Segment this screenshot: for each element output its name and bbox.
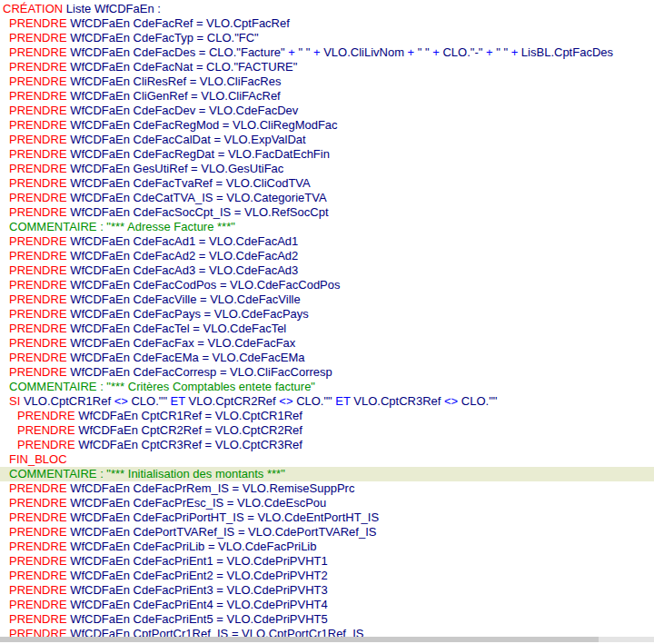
horizontal-scrollbar-thumb[interactable] [0, 637, 599, 642]
code-segment-keyword: PRENDRE [9, 292, 67, 306]
code-line[interactable]: PRENDRE WfCDFaEn CdeFacFax = VLO.CdeFacF… [0, 336, 654, 351]
code-segment-body: WfCDFaEn CliGenRef = VLO.CliFAcRef [67, 89, 281, 103]
code-line[interactable]: PRENDRE WfCDFaEn CdeFacRegMod = VLO.CliR… [0, 118, 654, 133]
code-line[interactable]: PRENDRE WfCDFaEn CdeFacNat = CLO."FACTUR… [0, 60, 654, 74]
code-segment-body: WfCDFaEn CdeFacCalDat = VLO.ExpValDat [67, 133, 306, 146]
code-segment-body: WfCDFaEn CdeFacPriEnt1 = VLO.CdePriPVHT1 [67, 554, 328, 568]
code-line[interactable]: PRENDRE WfCDFaEn CdeFacTel = VLO.CdeFacT… [0, 322, 654, 336]
code-line[interactable]: PRENDRE WfCDFaEn CdeFacPriLib = VLO.CdeF… [0, 540, 654, 554]
code-segment-keyword: PRENDRE [9, 205, 67, 219]
code-segment-operator: <> [279, 394, 292, 408]
code-segment-operator: + [432, 45, 440, 59]
code-segment-keyword: PRENDRE [9, 540, 67, 553]
code-line[interactable]: PRENDRE WfCDFaEn CdeFacTvaRef = VLO.CliC… [0, 176, 654, 191]
code-segment-body: WfCDFaEn CdeFacCorresp = VLO.CliFacCorre… [67, 365, 332, 379]
code-segment-keyword: PRENDRE [9, 31, 67, 45]
code-line[interactable]: PRENDRE WfCDFaEn CptCR2Ref = VLO.CptCR2R… [0, 423, 654, 438]
code-segment-keyword: PRENDRE [9, 104, 67, 117]
code-line[interactable]: PRENDRE WfCDFaEn CdeFacPriEnt4 = VLO.Cde… [0, 598, 654, 612]
code-segment-body: WfCDFaEn CdeFacVille = VLO.CdeFacVille [67, 292, 301, 306]
code-line[interactable]: PRENDRE WfCDFaEn CdeFacPriEnt1 = VLO.Cde… [0, 554, 654, 569]
code-segment-body: WfCDFaEn CdeFacRef = VLO.CptFacRef [67, 16, 290, 30]
code-line[interactable]: COMMENTAIRE : "*** Critères Comptables e… [0, 380, 654, 394]
code-line[interactable]: PRENDRE WfCDFaEn CdeFacPays = VLO.CdeFac… [0, 307, 654, 322]
code-listing: CRÉATION Liste WfCDFaEn :PRENDRE WfCDFaE… [0, 2, 654, 641]
code-line-selected[interactable]: COMMENTAIRE : "*** Initialisation des mo… [0, 467, 654, 481]
code-line[interactable]: PRENDRE WfCDFaEn CliGenRef = VLO.CliFAcR… [0, 89, 654, 104]
code-segment-keyword: PRENDRE [9, 133, 67, 146]
code-line[interactable]: SI VLO.CptCR1Ref <> CLO."" ET VLO.CptCR2… [0, 394, 654, 409]
code-segment-body: WfCDFaEn CdeFacPriEnt3 = VLO.CdePriPVHT3 [67, 583, 328, 597]
code-segment-body: " " [493, 45, 511, 59]
code-segment-body: WfCDFaEn CdeFacTel = VLO.CdeFacTel [67, 322, 287, 335]
code-line[interactable]: PRENDRE WfCDFaEn CdeFacDev = VLO.CdeFacD… [0, 104, 654, 118]
code-segment-keyword: PRENDRE [9, 510, 67, 524]
code-segment-body: WfCDFaEn CdeFacPriEnt5 = VLO.CdePriPVHT5 [67, 612, 328, 626]
code-line[interactable]: PRENDRE WfCDFaEn CdeFacTyp = CLO."FC" [0, 31, 654, 45]
code-line[interactable]: PRENDRE WfCDFaEn CdeFacPriPortHT_IS = VL… [0, 510, 654, 525]
code-segment-keyword: PRENDRE [9, 612, 67, 626]
code-segment-keyword: PRENDRE [9, 263, 67, 277]
code-segment-body: WfCDFaEn CdeFacAd3 = VLO.CdeFacAd3 [67, 263, 299, 277]
code-segment-keyword: PRENDRE [9, 278, 67, 292]
code-line[interactable]: PRENDRE WfCDFaEn CptCR3Ref = VLO.CptCR3R… [0, 438, 654, 452]
code-line[interactable]: PRENDRE WfCDFaEn CdeFacCalDat = VLO.ExpV… [0, 133, 654, 147]
code-line[interactable]: PRENDRE WfCDFaEn CdePortTVARef_IS = VLO.… [0, 525, 654, 540]
code-segment-body: WfCDFaEn CdeFacPriPortHT_IS = VLO.CdeEnt… [67, 510, 380, 524]
code-segment-keyword: PRENDRE [9, 554, 67, 568]
code-line[interactable]: PRENDRE WfCDFaEn CdeFacVille = VLO.CdeFa… [0, 292, 654, 307]
code-segment-body: WfCDFaEn CdeFacCodPos = VLO.CdeFacCodPos [67, 278, 341, 292]
code-line[interactable]: PRENDRE WfCDFaEn CdeFacAd2 = VLO.CdeFacA… [0, 249, 654, 263]
code-segment-body: CLO."" [128, 394, 171, 408]
code-segment-body: " " [295, 45, 313, 59]
code-segment-keyword: FIN_BLOC [9, 452, 67, 466]
code-segment-body: WfCDFaEn CdeFacPrEsc_IS = VLO.CdeEscPou [67, 496, 327, 510]
code-segment-body: WfCDFaEn CdeFacPays = VLO.CdeFacPays [67, 307, 309, 321]
code-line[interactable]: PRENDRE WfCDFaEn CdeFacCorresp = VLO.Cli… [0, 365, 654, 380]
code-segment-keyword: PRENDRE [9, 249, 67, 263]
code-segment-body: WfCDFaEn CptCR3Ref = VLO.CptCR3Ref [75, 438, 302, 451]
code-segment-keyword: PRENDRE [9, 176, 67, 190]
code-line[interactable]: FIN_BLOC [0, 452, 654, 467]
code-segment-body: WfCDFaEn CdeFacTvaRef = VLO.CliCodTVA [67, 176, 311, 190]
code-segment-body: WfCDFaEn CptCR1Ref = VLO.CptCR1Ref [75, 409, 302, 422]
code-line[interactable]: COMMENTAIRE : "*** Adresse Facture ***" [0, 220, 654, 234]
code-segment-operator: ET [171, 394, 185, 408]
code-segment-body: VLO.CptCR3Ref [351, 394, 444, 408]
horizontal-scrollbar[interactable] [0, 637, 654, 642]
code-line[interactable]: PRENDRE WfCDFaEn CdeFacRegDat = VLO.FacD… [0, 147, 654, 162]
code-line[interactable]: PRENDRE WfCDFaEn CdeFacSocCpt_IS = VLO.R… [0, 205, 654, 220]
code-segment-body: " " [414, 45, 432, 59]
code-line[interactable]: PRENDRE WfCDFaEn CptCR1Ref = VLO.CptCR1R… [0, 409, 654, 423]
code-line[interactable]: PRENDRE WfCDFaEn GesUtiRef = VLO.GesUtiF… [0, 162, 654, 176]
code-line[interactable]: PRENDRE WfCDFaEn CdeFacPriEnt2 = VLO.Cde… [0, 569, 654, 583]
code-segment-keyword: PRENDRE [17, 423, 75, 437]
code-line[interactable]: PRENDRE WfCDFaEn CdeFacCodPos = VLO.CdeF… [0, 278, 654, 292]
code-line[interactable]: PRENDRE WfCDFaEn CdeFacPriEnt3 = VLO.Cde… [0, 583, 654, 598]
code-segment-comment: COMMENTAIRE : "*** Initialisation des mo… [9, 467, 285, 481]
code-line[interactable]: PRENDRE WfCDFaEn CdeFacDes = CLO."Factur… [0, 45, 654, 60]
code-segment-keyword: PRENDRE [9, 351, 67, 364]
code-line[interactable]: PRENDRE WfCDFaEn CdeFacAd1 = VLO.CdeFacA… [0, 234, 654, 249]
horizontal-scrollbar-track[interactable] [599, 637, 654, 642]
code-line[interactable]: PRENDRE WfCDFaEn CdeFacPrRem_IS = VLO.Re… [0, 481, 654, 496]
code-line[interactable]: PRENDRE WfCDFaEn CdeFacAd3 = VLO.CdeFacA… [0, 263, 654, 278]
code-segment-keyword: PRENDRE [9, 583, 67, 597]
code-line[interactable]: PRENDRE WfCDFaEn CdeFacPrEsc_IS = VLO.Cd… [0, 496, 654, 510]
code-line[interactable]: PRENDRE WfCDFaEn CdeFacRef = VLO.CptFacR… [0, 16, 654, 31]
code-line[interactable]: CRÉATION Liste WfCDFaEn : [0, 2, 654, 16]
code-segment-operator: <> [114, 394, 128, 408]
code-segment-body: WfCDFaEn CdeFacDes = CLO."Facture" [67, 45, 289, 59]
code-segment-body: WfCDFaEn CdeFacAd1 = VLO.CdeFacAd1 [67, 234, 299, 248]
code-segment-keyword: PRENDRE [9, 16, 67, 30]
code-line[interactable]: PRENDRE WfCDFaEn CdeCatTVA_IS = VLO.Cate… [0, 191, 654, 205]
code-segment-keyword: PRENDRE [9, 89, 67, 103]
code-segment-body: LisBL.CptFacDes [518, 45, 613, 59]
code-segment-keyword: CRÉATION [3, 2, 63, 15]
code-line[interactable]: PRENDRE WfCDFaEn CdeFacPriEnt5 = VLO.Cde… [0, 612, 654, 627]
code-segment-keyword: PRENDRE [17, 409, 75, 422]
code-line[interactable]: PRENDRE WfCDFaEn CdeFacEMa = VLO.CdeFacE… [0, 351, 654, 365]
code-line[interactable]: PRENDRE WfCDFaEn CliResRef = VLO.CliFacR… [0, 74, 654, 89]
code-segment-body: WfCDFaEn CdeFacRegMod = VLO.CliRegModFac [67, 118, 338, 132]
code-segment-body: WfCDFaEn CdeFacEMa = VLO.CdeFacEMa [67, 351, 305, 364]
